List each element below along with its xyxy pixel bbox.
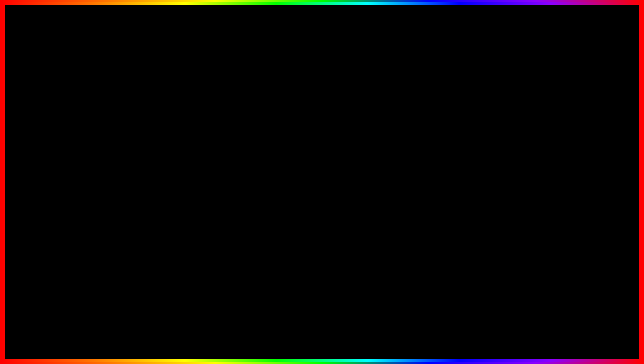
left-checkbox-autofarm-gun[interactable] — [202, 181, 208, 187]
logo-skull: ☠ — [519, 315, 534, 334]
twenty-label: 20 — [188, 315, 230, 352]
right-checkbox-auto-awakener[interactable]: ✓ — [435, 195, 441, 201]
sparkle-2 — [431, 106, 435, 110]
title-fruits: FRUITS — [304, 3, 537, 72]
sidebar-dot-general — [46, 134, 49, 137]
right-checkbox-start-raid[interactable] — [435, 153, 441, 159]
sidebar-item-welcome[interactable]: Welcome — [43, 121, 82, 131]
left-panel-close-btn[interactable]: ✕ — [202, 109, 208, 115]
logo-blox-text: BLOX — [545, 295, 600, 313]
left-checkbox-autofarm[interactable]: ✓ — [202, 139, 208, 145]
left-section-desc: Click to Box to Farm, I ready update new… — [87, 129, 208, 133]
mobile-android-badge: MOBILE ANDROID — [32, 142, 144, 190]
right-panel-minimize-btn[interactable]: − — [426, 116, 432, 122]
mobile-label: MOBILE — [32, 142, 144, 166]
pastebin-label: PASTEBIN — [357, 319, 512, 349]
main-title: BLOX FRUITS — [2, 7, 642, 69]
sidebar-dot-welcome — [46, 124, 49, 127]
right-gear-buy-chip[interactable]: ⚙ — [436, 131, 441, 137]
farm-mastery-bone-text: FARM MASTERY BONE RAID & MORE — [232, 102, 399, 211]
left-panel-titlebar: Full Hub V2 − ✕ — [43, 106, 212, 118]
right-checkbox-next-island[interactable] — [435, 183, 441, 189]
right-panel-controls: − ✕ — [426, 116, 441, 122]
left-panel-title: Full Hub V2 — [47, 109, 72, 115]
left-section-title: Main Farm — [87, 122, 208, 127]
sparkle-1 — [196, 85, 201, 90]
logo-fruits-row: ☠ FRUITS — [519, 313, 626, 336]
left-checkbox-autofarm-bf[interactable] — [202, 169, 208, 175]
logo-fruits-text: FRUITS — [535, 313, 626, 336]
update-label: UPDATE — [29, 315, 181, 352]
main-container: BLOX FRUITS MOBILE ANDROID FARM MASTERY … — [0, 0, 644, 364]
left-checkbox-started-mastery[interactable]: ✓ — [202, 158, 208, 164]
right-panel-close-btn[interactable]: ✕ — [435, 116, 441, 122]
sidebar-avatar-sky: 👤 — [46, 193, 54, 201]
title-blox: BLOX — [107, 3, 285, 72]
left-panel-controls: − ✕ — [193, 109, 208, 115]
blox-fruits-logo: BLOX ☠ FRUITS ⚔ — [519, 289, 625, 355]
android-label: ANDROID — [32, 166, 144, 190]
sidebar-item-general[interactable]: General — [43, 131, 82, 141]
left-panel-minimize-btn[interactable]: − — [193, 109, 199, 115]
check-overlay-2: ✓ — [105, 166, 121, 187]
script-label: SCRIPT — [236, 319, 350, 349]
sidebar-item-sky[interactable]: 👤 Sky — [43, 191, 82, 204]
logo-sword-icon: ⚔ — [568, 338, 577, 350]
logo-row: BLOX — [545, 295, 600, 313]
right-gear-buy-chips-select[interactable]: ⚙ — [436, 142, 441, 148]
bottom-text-row: UPDATE 20 SCRIPT PASTEBIN — [29, 315, 475, 352]
right-checkbox-killaura[interactable]: ✓ — [435, 172, 441, 178]
